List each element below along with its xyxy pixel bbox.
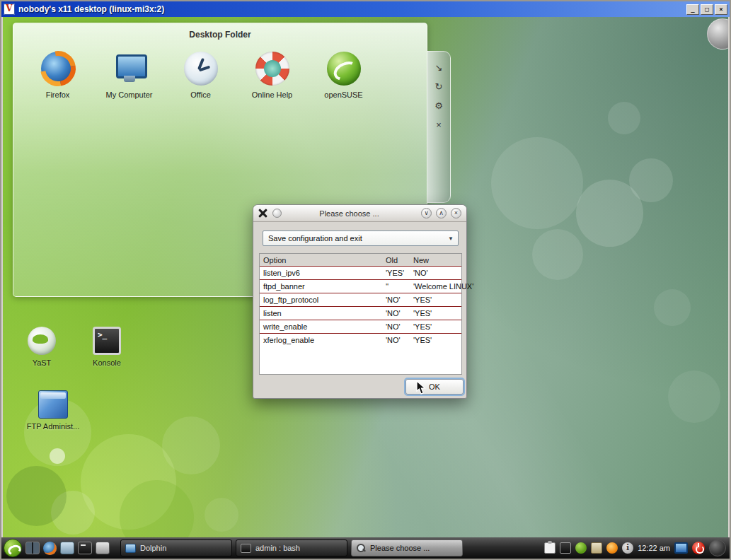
icon-label: FTP Administ... [23,422,83,431]
ftp-box-icon [38,390,68,419]
option-cell: log_ftp_protocol [263,293,318,307]
dialog-titlebar[interactable]: Please choose ... ∨ ∧ × [253,205,466,222]
icon-label: Online Help [236,91,308,99]
opensuse-gecko-icon [327,52,361,86]
chevron-down-icon: ▼ [448,232,454,246]
icon-label: YaST [12,358,71,367]
new-cell: 'Welcome LINUX' [413,280,473,293]
clipboard-tray-icon[interactable] [544,542,556,554]
bokeh-circle [629,158,673,202]
konsole-launcher-icon[interactable] [78,542,92,554]
yast-icon [28,327,56,355]
bokeh-circle [491,137,583,229]
folder-icon-my-computer[interactable]: My Computer [93,52,165,99]
magnifier-icon [356,543,366,553]
resize-icon[interactable]: ↘ [435,63,443,73]
widget-handle[interactable]: ↘ ↻ ⚙ × [427,51,451,203]
rotate-icon[interactable]: ↻ [435,82,443,92]
desktop-icon-ftp-administration[interactable]: FTP Administ... [23,390,83,431]
vnc-icon: V [4,4,15,15]
panel-toolbox-cashew[interactable] [709,539,726,556]
window-titlebar[interactable]: V nobody's x11 desktop (linux-mi3x:2) _ … [1,1,730,17]
configure-wrench-icon[interactable]: ⚙ [434,101,443,111]
clock[interactable]: 12:22 am [638,544,670,552]
old-cell: 'NO' [386,307,401,320]
combobox-value: Save configuration and exit [268,234,362,243]
old-cell: 'NO' [386,334,401,347]
folder-icon-online-help[interactable]: Online Help [236,52,308,99]
editor-launcher-icon[interactable] [96,542,110,554]
desktop-pager-icon[interactable] [25,542,40,554]
dialog-app-icon [258,209,267,218]
display-tray-icon[interactable] [674,542,688,554]
bokeh-circle [668,371,720,423]
header-old: Old [386,254,398,267]
package-tray-icon[interactable] [591,542,602,554]
bokeh-circle [532,229,583,280]
options-table: Option Old New listen_ipv6 'YES' 'NO' ft… [259,253,462,375]
header-new: New [413,254,429,267]
task-admin-bash[interactable]: admin : bash [236,539,347,556]
firefox-launcher-icon[interactable] [43,542,57,555]
task-label: Please choose ... [370,544,430,552]
folder-icon-opensuse[interactable]: openSUSE [308,52,379,99]
table-row: log_ftp_protocol 'NO' 'YES' [260,293,461,307]
desktop-toolbox-cashew[interactable] [707,18,728,49]
terminal-tray-icon[interactable] [560,542,571,554]
task-dolphin[interactable]: Dolphin [120,539,232,556]
shutdown-icon[interactable] [692,542,705,554]
firefox-icon [41,52,75,86]
dialog-minimize-button[interactable]: ∨ [421,208,432,218]
action-combobox[interactable]: Save configuration and exit ▼ [263,231,459,246]
dialog-close-button[interactable]: × [451,208,461,218]
desktop-icon-konsole[interactable]: Konsole [77,327,137,367]
header-option: Option [263,254,286,267]
new-cell: 'NO' [413,267,428,280]
bokeh-circle [120,480,194,537]
taskbar: Dolphin admin : bash Please choose ... 1… [1,537,730,559]
computer-icon [113,52,146,86]
dolphin-icon [125,544,136,553]
window-title: nobody's x11 desktop (linux-mi3x:2) [18,4,685,14]
icon-label: My Computer [93,91,165,99]
task-label: admin : bash [255,544,300,552]
table-row: xferlog_enable 'NO' 'YES' [260,334,461,347]
dialog-maximize-button[interactable]: ∧ [436,208,447,218]
new-cell: 'YES' [413,307,432,320]
bokeh-circle [654,289,691,326]
icon-label: Konsole [77,358,137,367]
updates-tray-icon[interactable] [606,542,618,554]
maximize-button[interactable]: □ [701,4,713,15]
show-desktop-icon[interactable] [60,542,74,554]
ok-button[interactable]: OK [405,379,464,395]
old-cell: '' [386,280,388,293]
minimize-button[interactable]: _ [686,4,699,15]
dialog-title: Please choose ... [282,209,417,218]
table-row: write_enable 'NO' 'YES' [260,320,461,334]
please-choose-dialog: Please choose ... ∨ ∧ × Save configurati… [253,204,467,399]
konsole-icon [93,327,121,355]
system-tray: 12:22 am [544,539,727,556]
icon-label: openSUSE [308,91,379,99]
icon-label: Firefox [22,91,93,99]
old-cell: 'YES' [386,267,404,280]
application-launcher-button[interactable] [4,539,22,557]
office-icon [184,52,218,86]
task-please-choose[interactable]: Please choose ... [351,539,463,556]
suse-tray-icon[interactable] [575,542,587,554]
dialog-pin-button[interactable] [272,209,282,218]
bokeh-circle [51,491,95,535]
option-cell: listen_ipv6 [263,267,300,280]
option-cell: ftpd_banner [263,280,305,293]
bokeh-circle [205,498,238,532]
close-widget-icon[interactable]: × [436,120,442,130]
folder-icon-office[interactable]: Office [165,52,236,99]
table-row: listen_ipv6 'YES' 'NO' [260,267,461,280]
info-tray-icon[interactable] [622,542,633,554]
folder-icon-firefox[interactable]: Firefox [22,52,93,99]
old-cell: 'NO' [386,320,401,334]
bokeh-circle [162,416,220,474]
vnc-window: V nobody's x11 desktop (linux-mi3x:2) _ … [0,0,731,560]
close-button[interactable]: × [715,4,727,15]
desktop-icon-yast[interactable]: YaST [12,327,71,367]
